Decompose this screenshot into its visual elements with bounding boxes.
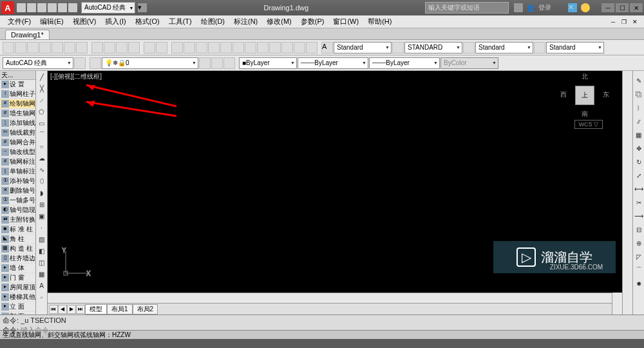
infocenter-icon[interactable] <box>514 3 523 12</box>
tablestyle-icon[interactable] <box>463 42 475 53</box>
help-search-input[interactable]: 输入关键字或短语 <box>425 2 509 14</box>
ellipsearc-icon[interactable]: ◗ <box>37 188 47 198</box>
menu-window[interactable]: 窗口(W) <box>329 15 363 28</box>
qat-save-icon[interactable] <box>37 3 46 12</box>
help-icon[interactable]: ? <box>581 3 590 12</box>
sidebar-item-0[interactable]: ▸设 置 <box>0 80 35 90</box>
undo-icon[interactable] <box>144 42 155 53</box>
calc-icon[interactable] <box>306 42 317 53</box>
plot-icon[interactable] <box>52 42 63 53</box>
viewcube[interactable]: 北 南 西 东 上 <box>564 75 605 116</box>
join-icon[interactable]: ⊕ <box>634 238 644 248</box>
polygon-icon[interactable]: ⬠ <box>37 106 47 117</box>
mtext-icon[interactable]: A <box>37 280 47 291</box>
help-tool-icon[interactable] <box>232 42 244 53</box>
maximize-button[interactable]: ☐ <box>616 3 629 12</box>
sidebar-item-17[interactable]: ▦构 造 柱 <box>0 244 35 254</box>
plotstyle-dropdown[interactable]: ByColor <box>440 57 498 69</box>
qat-print-icon[interactable] <box>48 3 57 12</box>
mirror-icon[interactable]: ⧘ <box>634 102 644 113</box>
gradient-icon[interactable]: ◧ <box>37 246 47 256</box>
command-line[interactable]: 命令: _u TSECTION 命令: 键入命令 <box>0 314 644 330</box>
zoom-prev-icon[interactable] <box>208 42 220 53</box>
sidebar-item-20[interactable]: ▸门 窗 <box>0 273 35 283</box>
sidebar-item-15[interactable]: ■标 准 柱 <box>0 225 35 235</box>
markup-icon[interactable] <box>294 42 305 53</box>
mleaderstyle-dropdown[interactable]: Standard <box>546 42 604 53</box>
menu-format[interactable]: 格式(O) <box>131 15 164 28</box>
sidebar-item-19[interactable]: ▸墙 体 <box>0 264 35 273</box>
tablestyle-dropdown[interactable]: Standard <box>475 42 533 53</box>
ws-settings-icon[interactable] <box>74 57 86 69</box>
viewport-label[interactable]: [-][俯视][二维线框] <box>50 72 102 81</box>
sidebar-item-21[interactable]: ▸房间屋顶 <box>0 283 35 293</box>
sidebar-item-8[interactable]: #轴网标注 <box>0 157 35 167</box>
layout-tab-1[interactable]: 布局1 <box>107 304 133 314</box>
layer-prev-icon[interactable] <box>199 57 211 69</box>
sidebar-item-22[interactable]: ▸楼梯其他 <box>0 293 35 302</box>
table-icon[interactable]: ▦ <box>37 269 47 279</box>
menu-view[interactable]: 视图(V) <box>69 15 100 28</box>
sidebar-item-4[interactable]: ¦添加轴线 <box>0 119 35 128</box>
sidebar-item-16[interactable]: ◣角 柱 <box>0 235 35 244</box>
zoom-rt-icon[interactable] <box>184 42 195 53</box>
dc-icon[interactable] <box>257 42 269 53</box>
qat-new-icon[interactable] <box>17 3 26 12</box>
open-icon[interactable] <box>15 42 26 53</box>
textstyle-icon[interactable]: A <box>321 42 333 53</box>
workspace-dropdown[interactable]: AutoCAD 经典 <box>81 2 135 14</box>
new-icon[interactable] <box>3 42 14 53</box>
linetype-dropdown[interactable]: ─── ByLayer <box>298 57 368 69</box>
dimstyle-dropdown[interactable]: STANDARD <box>404 42 462 53</box>
textstyle-dropdown[interactable]: Standard <box>334 42 392 53</box>
viewcube-face[interactable]: 上 <box>575 86 594 105</box>
rotate-icon[interactable]: ↻ <box>634 157 644 167</box>
copy2-icon[interactable]: ⿻ <box>634 89 644 99</box>
erase-icon[interactable]: ✎ <box>634 75 644 86</box>
ssm-icon[interactable] <box>281 42 293 53</box>
tab-last-icon[interactable]: ⏭ <box>76 305 85 314</box>
exchange-icon[interactable]: ✕ <box>568 3 577 12</box>
pline-icon[interactable]: ⟋ <box>37 95 47 105</box>
zoom-ext-icon[interactable] <box>220 42 232 53</box>
menu-param[interactable]: 参数(P) <box>297 15 328 28</box>
spline-icon[interactable]: ∿ <box>37 164 47 175</box>
v-scrollbar[interactable] <box>612 293 622 314</box>
saveas-icon[interactable] <box>39 42 51 53</box>
offset-icon[interactable]: ⫽ <box>634 116 644 126</box>
layout-tab-model[interactable]: 模型 <box>85 304 107 314</box>
sidebar-item-1[interactable]: ↕轴网柱子 <box>0 90 35 99</box>
xline-icon[interactable]: ╳ <box>37 83 47 93</box>
stretch-icon[interactable]: ⟷ <box>634 184 644 194</box>
paste-icon[interactable] <box>116 42 128 53</box>
sidebar-item-14[interactable]: ⇄主附转换 <box>0 215 35 225</box>
save-icon[interactable] <box>27 42 39 53</box>
sidebar-item-7[interactable]: ~轴改线型 <box>0 148 35 157</box>
region-icon[interactable]: ◫ <box>37 257 47 267</box>
tp-icon[interactable] <box>269 42 281 53</box>
mdi-close[interactable]: ✕ <box>630 17 640 26</box>
document-tab[interactable]: Drawing1* <box>5 30 50 39</box>
tab-first-icon[interactable]: ⏮ <box>49 305 58 314</box>
minimize-button[interactable]: ─ <box>601 3 614 12</box>
close-button[interactable]: ✕ <box>630 3 643 12</box>
tab-prev-icon[interactable]: ◀ <box>58 305 67 314</box>
addsel-icon[interactable]: ▫ <box>37 292 47 302</box>
sidebar-item-5[interactable]: ✄轴线裁剪 <box>0 128 35 138</box>
sidebar-item-10[interactable]: ①添补轴号 <box>0 177 35 186</box>
workspace-dd2[interactable]: AutoCAD 经典 <box>3 57 73 69</box>
sidebar-item-12[interactable]: ①一轴多号 <box>0 196 35 206</box>
sidebar-item-11[interactable]: ✕删除轴号 <box>0 186 35 196</box>
trim-icon[interactable]: ✂ <box>634 197 644 208</box>
sidebar-item-3[interactable]: #墙生轴网 <box>0 109 35 119</box>
lineweight-dropdown[interactable]: ─── ByLayer <box>369 57 440 69</box>
insert-icon[interactable]: ⊞ <box>37 199 47 209</box>
h-scrollbar[interactable] <box>48 293 612 303</box>
canvas-v-scrollbar[interactable] <box>622 71 632 314</box>
sidebar-item-23[interactable]: ▸立 面 <box>0 302 35 312</box>
hatch-icon[interactable]: ▨ <box>37 234 47 244</box>
break-icon[interactable]: ⊟ <box>634 224 644 235</box>
mleaderstyle-icon[interactable] <box>534 42 545 53</box>
menu-dim[interactable]: 标注(N) <box>230 15 261 28</box>
revcloud-icon[interactable]: ☁ <box>37 153 47 163</box>
